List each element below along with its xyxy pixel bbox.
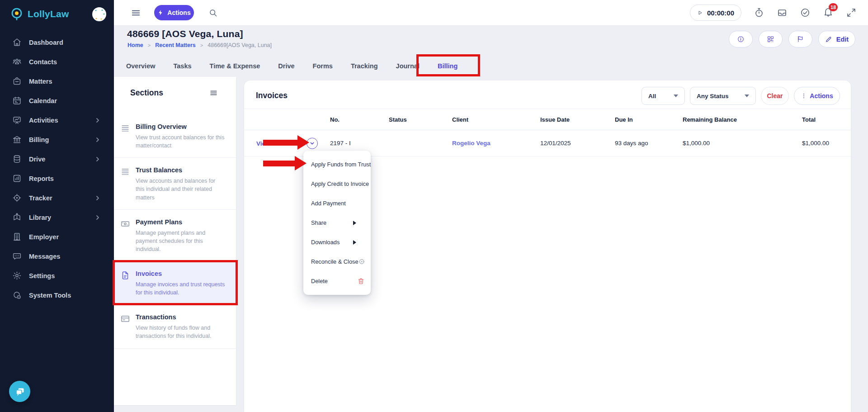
menu-item-add-payment[interactable]: Add Payment [303,194,371,213]
calendar-icon [12,96,22,105]
col-due-in: Due In [609,116,676,123]
section-item-description: Manage payment plans and payment schedul… [136,229,225,253]
sidebar-item-calendar[interactable]: Calendar [0,91,114,110]
submenu-arrow-icon [353,240,356,245]
invoice-file-icon [120,270,130,280]
sidebar-item-label: Tracker [29,194,52,202]
sections-menu-icon[interactable] [209,89,218,97]
invoices-title: Invoices [256,91,288,100]
chat-icon [12,251,22,261]
tab-forms[interactable]: Forms [304,56,342,76]
info-button[interactable] [729,31,753,47]
sidebar-item-messages[interactable]: Messages [0,246,114,266]
breadcrumb-home[interactable]: Home [127,42,143,48]
menu-toggle-icon[interactable] [131,8,141,18]
sidebar-item-activities[interactable]: Activities [0,110,114,130]
invoice-actions-label: Actions [810,92,833,99]
invoice-due-in: 93 days ago [609,140,676,147]
active-tab-underline [436,75,459,76]
section-item-title: Trust Balances [136,166,225,174]
invoice-actions-button[interactable]: Actions [794,87,840,105]
qr-code-button[interactable] [759,31,783,47]
invoice-total: $1,000.00 [796,140,851,147]
sidebar-item-label: Activities [29,117,58,124]
matter-filter-select[interactable]: All [642,87,685,105]
sidebar-item-drive[interactable]: Drive [0,149,114,169]
info-icon [737,35,745,43]
tab-tasks[interactable]: Tasks [165,56,201,76]
section-item-transactions[interactable]: Transactions View history of funds flow … [114,305,236,348]
view-invoice-link[interactable]: View [256,140,270,147]
sidebar-item-contacts[interactable]: Contacts [0,52,114,71]
lollipop-icon [10,7,24,21]
edit-button-label: Edit [836,36,849,43]
sidebar-item-settings[interactable]: Settings [0,266,114,285]
menu-item-apply-funds-from-trust[interactable]: Apply Funds from Trust [303,155,371,174]
row-menu-toggle[interactable] [307,137,318,149]
sidebar-item-label: Matters [29,78,52,85]
sidebar-item-label: Drive [29,156,45,163]
sections-list: Billing Overview View trust account bala… [114,114,236,349]
flag-button[interactable] [788,31,812,47]
search-icon[interactable] [208,8,218,18]
sidebar-item-tracker[interactable]: Tracker [0,188,114,208]
sidebar-item-employer[interactable]: Employer [0,227,114,246]
check-circle-icon[interactable] [800,7,811,18]
chat-fab-button[interactable] [9,381,30,402]
sidebar-item-label: Reports [29,175,54,182]
matter-action-buttons: Edit [729,31,855,47]
brand-logo[interactable]: LollyLaw [10,7,69,21]
brand-name: LollyLaw [28,9,69,19]
tab-tracking[interactable]: Tracking [342,56,387,76]
menu-item-reconcile-close[interactable]: Reconcile & Close [303,252,371,271]
status-filter-select[interactable]: Any Status [690,87,756,105]
matter-filter-value: All [648,93,656,99]
section-item-billing-overview[interactable]: Billing Overview View trust account bala… [114,114,236,158]
tab-drive[interactable]: Drive [269,56,303,76]
page-title: 486669 [AOS Vega, Luna] [127,28,243,39]
tab-overview[interactable]: Overview [117,56,165,76]
tools-icon [12,290,22,300]
tab-billing[interactable]: Billing [429,56,467,76]
menu-item-delete[interactable]: Delete [303,271,371,291]
home-icon [12,38,22,47]
stopwatch-icon[interactable] [754,7,764,18]
breadcrumb-current: 486669[AOS Vega, Luna] [208,42,272,48]
menu-item-share[interactable]: Share [303,213,371,232]
inbox-icon[interactable] [777,7,788,18]
sidebar-item-dashboard[interactable]: Dashboard [0,33,114,52]
menu-item-downloads[interactable]: Downloads [303,232,371,252]
notifications[interactable]: 18 [823,6,834,19]
sidebar-item-library[interactable]: Library [0,208,114,227]
edit-button[interactable]: Edit [818,31,855,47]
avatar[interactable] [92,7,106,21]
database-icon [12,154,22,164]
sidebar-item-label: Dashboard [29,39,63,46]
contacts-icon [12,57,22,66]
invoice-filters: All Any Status Clear Actions [642,87,840,105]
chevron-right-icon [95,137,100,142]
fullscreen-icon[interactable] [846,7,857,18]
menu-item-apply-credit-to-invoice[interactable]: Apply Credit to Invoice [303,174,371,194]
breadcrumb: Home > Recent Matters > 486669[AOS Vega,… [127,42,272,48]
section-item-invoices[interactable]: Invoices Manage invoices and trust reque… [114,261,236,305]
building-icon [12,232,22,242]
section-item-payment-plans[interactable]: Payment Plans Manage payment plans and p… [114,210,236,261]
tab-time-expense[interactable]: Time & Expense [201,56,269,76]
timer-widget[interactable]: 00:00:00 [690,5,741,21]
breadcrumb-recent-matters[interactable]: Recent Matters [155,42,196,48]
actions-button[interactable]: Actions [154,5,194,20]
sidebar-item-billing[interactable]: Billing [0,130,114,149]
briefcase-icon [12,76,22,86]
section-item-title: Payment Plans [136,218,225,226]
sidebar-item-reports[interactable]: Reports [0,169,114,188]
sidebar-item-system-tools[interactable]: System Tools [0,285,114,305]
tab-journal[interactable]: Journal [387,56,429,76]
col-issue-date: Issue Date [534,116,609,123]
section-item-trust-balances[interactable]: Trust Balances View accounts and balance… [114,158,236,209]
invoice-context-menu: Apply Funds from Trust Apply Credit to I… [303,151,371,295]
client-link[interactable]: Rogelio Vega [452,140,491,147]
sidebar-item-matters[interactable]: Matters [0,71,114,91]
clear-filters-button[interactable]: Clear [761,87,789,105]
chevron-right-icon [95,156,100,162]
